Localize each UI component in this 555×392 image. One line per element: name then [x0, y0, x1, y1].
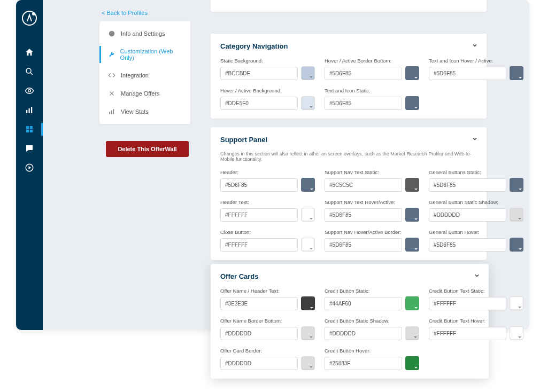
- color-swatch[interactable]: [301, 96, 315, 110]
- menu-integration[interactable]: Integration: [99, 66, 190, 84]
- color-field: Credit Button Text Static:: [429, 288, 523, 310]
- color-input[interactable]: [220, 327, 298, 340]
- svg-rect-5: [29, 108, 30, 113]
- color-swatch[interactable]: [301, 238, 315, 252]
- color-input[interactable]: [220, 208, 298, 222]
- color-swatch[interactable]: [510, 66, 523, 80]
- menu-customization[interactable]: Customization (Web Only): [99, 43, 190, 66]
- color-swatch[interactable]: [405, 96, 419, 110]
- color-swatch[interactable]: [301, 326, 315, 340]
- color-swatch[interactable]: [301, 356, 315, 370]
- app-logo: [21, 10, 38, 27]
- color-input[interactable]: [325, 67, 402, 80]
- color-field: Credit Button Hover:: [325, 348, 419, 370]
- field-label: Hover / Active Border Bottom:: [325, 58, 419, 64]
- sidebar: [16, 0, 43, 330]
- field-label: Text and Icon Static:: [325, 88, 419, 93]
- nav-search[interactable]: [16, 62, 43, 81]
- field-label: Header Text:: [220, 199, 315, 205]
- color-input[interactable]: [429, 297, 506, 310]
- color-input[interactable]: [325, 97, 402, 110]
- color-swatch[interactable]: [405, 208, 419, 222]
- color-field: Close Button:: [220, 229, 315, 252]
- nav-grid[interactable]: [16, 120, 43, 139]
- fields-grid: Static Background:Hover / Active Border …: [220, 58, 477, 110]
- color-swatch[interactable]: [405, 326, 419, 340]
- menu-label: Customization (Web Only): [120, 48, 182, 61]
- back-to-profiles-link[interactable]: < Back to Profiles: [102, 10, 148, 16]
- color-input[interactable]: [429, 67, 506, 80]
- chevron-down-icon[interactable]: [474, 271, 480, 281]
- color-input[interactable]: [220, 97, 298, 110]
- color-input[interactable]: [429, 208, 506, 222]
- delete-offerwall-button[interactable]: Delete This OfferWall: [106, 141, 189, 157]
- menu-label: Manage Offers: [121, 90, 160, 97]
- color-swatch[interactable]: [405, 238, 419, 252]
- nav-chart[interactable]: [16, 100, 43, 120]
- panel-title: Offer Cards: [220, 272, 479, 280]
- color-input[interactable]: [429, 178, 506, 192]
- color-input[interactable]: [220, 238, 298, 252]
- color-input[interactable]: [220, 67, 298, 80]
- color-input[interactable]: [325, 327, 402, 340]
- color-swatch[interactable]: [301, 208, 315, 222]
- svg-rect-7: [26, 126, 29, 129]
- color-swatch[interactable]: [510, 178, 523, 192]
- field-label: Support Nav Text Static:: [325, 169, 419, 175]
- nav-chat[interactable]: [16, 139, 43, 158]
- color-field: Header:: [220, 169, 315, 192]
- color-swatch[interactable]: [405, 356, 419, 370]
- color-field: Support Nav Hover/Active Border:: [325, 229, 419, 252]
- color-swatch[interactable]: [301, 296, 315, 310]
- chevron-down-icon[interactable]: [472, 41, 478, 51]
- menu-label: View Stats: [121, 108, 149, 115]
- menu-view-stats[interactable]: View Stats: [99, 103, 190, 121]
- color-swatch[interactable]: [510, 208, 523, 222]
- color-field: Header Text:: [220, 199, 315, 222]
- color-swatch[interactable]: [405, 66, 419, 80]
- color-field: Static Background:: [220, 58, 315, 80]
- wrench-icon: [108, 51, 115, 58]
- fields-grid: Header:Support Nav Text Static:General B…: [220, 169, 477, 252]
- profile-menu: Info and Settings Customization (Web Onl…: [99, 21, 190, 124]
- color-swatch[interactable]: [510, 238, 523, 252]
- color-swatch[interactable]: [405, 296, 419, 310]
- color-swatch[interactable]: [510, 296, 523, 310]
- svg-rect-9: [26, 130, 29, 132]
- color-input[interactable]: [325, 178, 402, 192]
- field-label: Offer Card Border:: [220, 348, 315, 354]
- color-input[interactable]: [325, 208, 402, 222]
- color-input[interactable]: [325, 238, 402, 252]
- color-field: Support Nav Text Static:: [325, 169, 419, 192]
- color-input[interactable]: [325, 297, 402, 310]
- color-field: Credit Button Static:: [325, 288, 419, 310]
- panel-title: Category Navigation: [220, 42, 477, 50]
- menu-info-settings[interactable]: Info and Settings: [99, 25, 190, 43]
- nav-eye[interactable]: [16, 81, 43, 100]
- color-swatch[interactable]: [405, 178, 419, 192]
- panel-description: Changes in this section will also reflec…: [220, 151, 477, 162]
- nav-home[interactable]: [16, 43, 43, 62]
- fields-grid: Offer Name / Header Text:Credit Button S…: [220, 288, 479, 370]
- offer-cards-panel: Offer Cards Offer Name / Header Text:Cre…: [211, 264, 489, 379]
- color-swatch[interactable]: [301, 66, 315, 80]
- color-input[interactable]: [220, 178, 298, 192]
- color-input[interactable]: [429, 327, 506, 340]
- color-swatch[interactable]: [301, 178, 315, 192]
- field-label: Support Nav Hover/Active Border:: [325, 229, 419, 235]
- svg-rect-14: [111, 111, 112, 114]
- color-input[interactable]: [325, 357, 402, 370]
- code-icon: [108, 72, 115, 79]
- color-field: General Button Hover:: [429, 229, 523, 252]
- field-label: Credit Button Static:: [325, 288, 419, 294]
- menu-manage-offers[interactable]: Manage Offers: [99, 84, 190, 103]
- chevron-down-icon[interactable]: [472, 135, 478, 144]
- nav-play[interactable]: [16, 158, 43, 177]
- color-input[interactable]: [220, 297, 298, 310]
- field-label: Offer Name / Header Text:: [220, 288, 315, 294]
- category-navigation-panel: Category Navigation Static Background:Ho…: [211, 34, 487, 119]
- color-input[interactable]: [220, 357, 298, 370]
- color-input[interactable]: [429, 238, 506, 252]
- svg-rect-15: [113, 109, 114, 114]
- color-swatch[interactable]: [510, 326, 523, 340]
